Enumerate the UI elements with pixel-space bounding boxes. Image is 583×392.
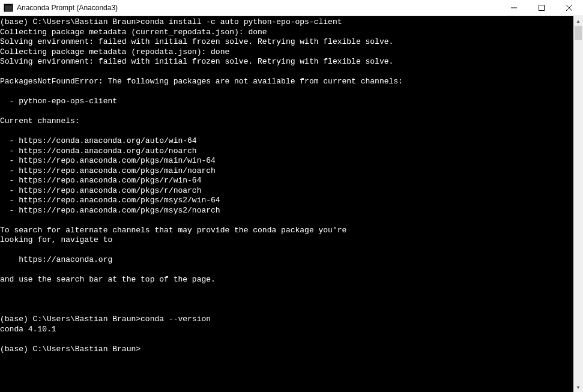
terminal-line: - https://repo.anaconda.com/pkgs/msys2/w…	[0, 196, 573, 206]
terminal-line: - https://repo.anaconda.com/pkgs/r/win-6…	[0, 176, 573, 186]
scroll-down-arrow[interactable]: ▼	[573, 382, 583, 392]
terminal-line: - https://repo.anaconda.com/pkgs/msys2/n…	[0, 206, 573, 216]
terminal-line: looking for, navigate to	[0, 235, 573, 246]
terminal-line: Collecting package metadata (current_rep…	[0, 28, 573, 38]
scroll-up-arrow[interactable]: ▲	[573, 16, 583, 26]
scroll-thumb[interactable]	[575, 26, 582, 40]
terminal-wrapper: (base) C:\Users\Bastian Braun>conda inst…	[0, 16, 583, 392]
terminal-line: conda 4.10.1	[0, 325, 573, 335]
terminal-line	[0, 107, 573, 117]
terminal-line: - https://conda.anaconda.org/auto/noarch	[0, 146, 573, 157]
vertical-scrollbar[interactable]: ▲ ▼	[573, 16, 583, 392]
terminal-line: - https://repo.anaconda.com/pkgs/r/noarc…	[0, 186, 573, 196]
terminal-line: To search for alternate channels that ma…	[0, 226, 573, 236]
terminal-line: Current channels:	[0, 116, 573, 127]
terminal-line	[0, 127, 573, 137]
close-button[interactable]	[555, 0, 583, 16]
terminal-line	[0, 305, 573, 315]
terminal-line	[0, 334, 573, 345]
window-controls	[500, 0, 583, 16]
terminal-line	[0, 285, 573, 295]
terminal-line: - python-epo-ops-client	[0, 97, 573, 107]
terminal-line	[0, 67, 573, 77]
maximize-button[interactable]	[528, 0, 555, 16]
terminal-line: - https://conda.anaconda.org/auto/win-64	[0, 136, 573, 146]
terminal-output[interactable]: (base) C:\Users\Bastian Braun>conda inst…	[0, 16, 573, 392]
terminal-line: (base) C:\Users\Bastian Braun>conda inst…	[0, 17, 573, 28]
terminal-line: - https://repo.anaconda.com/pkgs/main/no…	[0, 166, 573, 176]
terminal-line: PackagesNotFoundError: The following pac…	[0, 77, 573, 87]
terminal-line	[0, 216, 573, 226]
terminal-line	[0, 246, 573, 256]
minimize-button[interactable]	[500, 0, 528, 16]
terminal-line: Solving environment: failed with initial…	[0, 57, 573, 67]
terminal-line: Solving environment: failed with initial…	[0, 37, 573, 47]
app-icon	[4, 3, 13, 13]
terminal-line: - https://repo.anaconda.com/pkgs/main/wi…	[0, 156, 573, 166]
window-titlebar: Anaconda Prompt (Anaconda3)	[0, 0, 583, 16]
terminal-line	[0, 265, 573, 276]
terminal-line	[0, 87, 573, 97]
terminal-line: Collecting package metadata (repodata.js…	[0, 47, 573, 58]
svg-rect-3	[539, 5, 545, 11]
terminal-line: and use the search bar at the top of the…	[0, 275, 573, 285]
terminal-line	[0, 295, 573, 305]
terminal-line: (base) C:\Users\Bastian Braun>	[0, 345, 573, 355]
terminal-line: (base) C:\Users\Bastian Braun>conda --ve…	[0, 315, 573, 325]
terminal-line: https://anaconda.org	[0, 255, 573, 265]
svg-rect-1	[5, 5, 12, 11]
window-title: Anaconda Prompt (Anaconda3)	[17, 4, 500, 12]
